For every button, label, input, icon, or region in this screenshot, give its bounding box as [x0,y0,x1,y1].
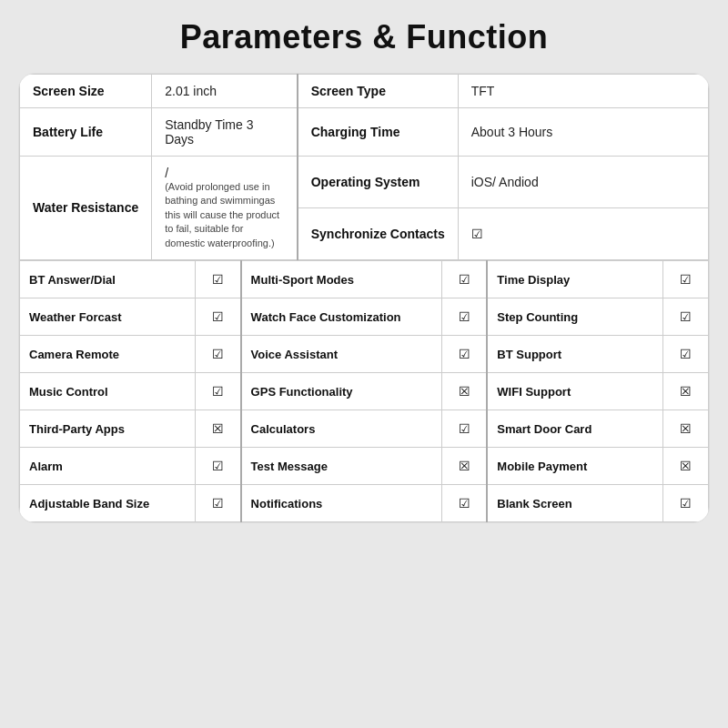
water-note: (Avoid prolonged use in bathing and swim… [165,180,284,250]
feat-camera-check [196,335,241,372]
feat-doorcard-check [663,410,709,447]
feature-row-2: Weather Forcast Watch Face Customization… [20,298,709,335]
feat-notifications-check [442,484,488,521]
feat-voice-check [442,335,488,372]
feat-bt-answer-label: BT Answer/Dial [20,260,196,298]
feat-doorcard-label: Smart Door Card [487,410,662,447]
water-resistance-label: Water Resistance [20,157,152,260]
feat-wifi-check [663,372,709,410]
spec-row-battery: Battery Life Standby Time 3 Days Chargin… [20,108,709,157]
feature-row-3: Camera Remote Voice Assistant BT Support [20,335,709,372]
water-resistance-value: / (Avoid prolonged use in bathing and sw… [152,157,298,260]
spec-row-screen: Screen Size 2.01 inch Screen Type TFT [20,75,709,108]
feat-step-counting-check [663,298,709,335]
feat-calc-check [442,410,488,447]
feat-music-check [196,372,241,410]
sync-contacts-value [458,207,708,259]
feature-row-1: BT Answer/Dial Multi-Sport Modes Time Di… [20,260,709,298]
feature-row-5: Third-Party Apps Calculators Smart Door … [20,410,709,447]
feat-step-counting-label: Step Counting [487,298,662,335]
feat-payment-check [663,447,709,484]
feat-time-display-check [663,260,709,298]
charging-time-value: About 3 Hours [458,108,708,157]
feat-multi-sport-check [442,260,488,298]
feat-wifi-label: WIFI Support [487,372,662,410]
screen-size-value: 2.01 inch [152,75,298,108]
feature-row-4: Music Control GPS Functionality WIFI Sup… [20,372,709,410]
spec-row-water: Water Resistance / (Avoid prolonged use … [20,157,709,208]
feature-row-6: Alarm Test Message Mobile Payment [20,447,709,484]
sync-contacts-check [471,227,483,241]
feat-watchface-label: Watch Face Customization [241,298,442,335]
feat-voice-label: Voice Assistant [241,335,442,372]
page-wrapper: Parameters & Function Screen Size 2.01 i… [0,0,728,728]
feat-watchface-check [442,298,488,335]
battery-life-value: Standby Time 3 Days [152,108,298,157]
features-table: BT Answer/Dial Multi-Sport Modes Time Di… [19,260,709,522]
feat-camera-label: Camera Remote [20,335,196,372]
feat-thirdparty-label: Third-Party Apps [20,410,196,447]
feat-weather-check [196,298,241,335]
feat-music-label: Music Control [20,372,196,410]
screen-type-label: Screen Type [298,75,459,108]
feat-bandsize-check [196,484,241,521]
sync-contacts-label: Synchronize Contacts [298,207,459,259]
screen-size-label: Screen Size [20,75,152,108]
feature-row-7: Adjustable Band Size Notifications Blank… [20,484,709,521]
feat-testmsg-label: Test Message [241,447,442,484]
page-title: Parameters & Function [180,18,549,56]
feat-alarm-label: Alarm [20,447,196,484]
screen-type-value: TFT [458,75,708,108]
feat-notifications-label: Notifications [241,484,442,521]
operating-system-value: iOS/ Andiod [458,157,708,208]
feat-alarm-check [196,447,241,484]
battery-life-label: Battery Life [20,108,152,157]
feat-weather-label: Weather Forcast [20,298,196,335]
feat-blankscreen-check [663,484,709,521]
feat-thirdparty-check [196,410,241,447]
feat-gps-check [442,372,488,410]
operating-system-label: Operating System [298,157,459,208]
feat-bandsize-label: Adjustable Band Size [20,484,196,521]
feat-payment-label: Mobile Payment [487,447,662,484]
feat-testmsg-check [442,447,488,484]
parameters-card: Screen Size 2.01 inch Screen Type TFT [18,73,710,523]
specs-table: Screen Size 2.01 inch Screen Type TFT [19,74,709,260]
feat-multi-sport-label: Multi-Sport Modes [241,260,442,298]
feat-bt-support-check [663,335,709,372]
feat-calc-label: Calculators [241,410,442,447]
feat-bt-answer-check [196,260,241,298]
feat-blankscreen-label: Blank Screen [487,484,662,521]
feat-bt-support-label: BT Support [487,335,662,372]
charging-time-label: Charging Time [298,108,459,157]
feat-gps-label: GPS Functionality [241,372,442,410]
feat-time-display-label: Time Display [487,260,662,298]
